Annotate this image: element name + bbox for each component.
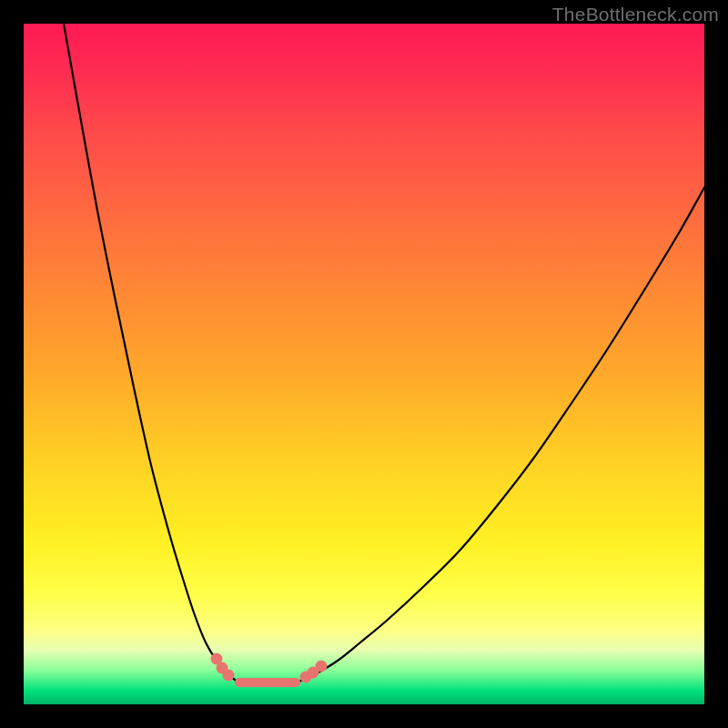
curve-marker-dot (316, 661, 328, 672)
watermark-text: TheBottleneck.com (552, 4, 719, 25)
curve-markers-left (211, 653, 235, 682)
optimal-zone-marker (235, 678, 300, 687)
bottleneck-curve-right (297, 187, 704, 682)
curve-markers-right (300, 661, 328, 683)
bottleneck-curve-left (64, 24, 238, 682)
curve-marker-dot (223, 670, 235, 682)
bottleneck-curve-plot (24, 24, 704, 704)
chart-frame (24, 24, 704, 704)
